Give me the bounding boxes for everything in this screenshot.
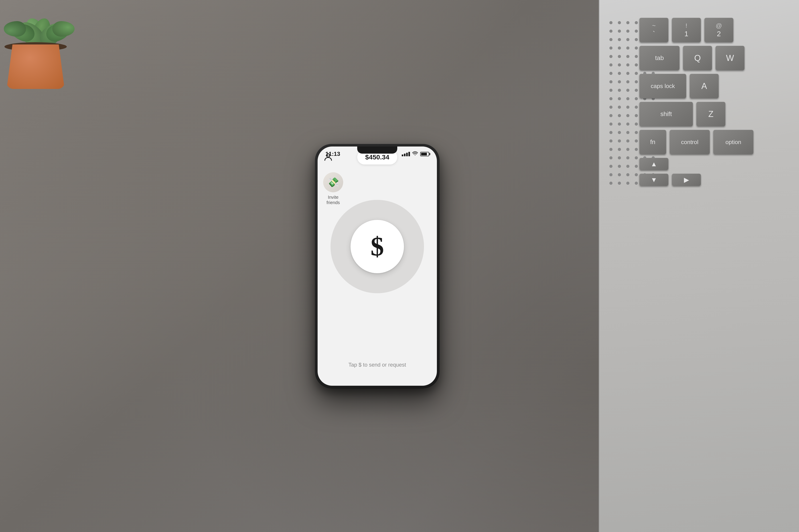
speaker-dot xyxy=(618,131,621,134)
speaker-dot xyxy=(626,165,630,168)
bottom-hint-area: Tap $ to send or request xyxy=(317,362,437,368)
speaker-dot xyxy=(635,114,638,117)
speaker-dot xyxy=(618,165,621,168)
phone-screen: 11:13 xyxy=(317,147,437,386)
speaker-dot xyxy=(635,131,638,134)
speaker-dot xyxy=(626,139,630,142)
speaker-dot xyxy=(626,30,630,33)
speaker-dot xyxy=(618,97,621,100)
main-payment-area: $ xyxy=(330,200,424,293)
speaker-dot xyxy=(618,173,621,176)
speaker-dot xyxy=(618,80,621,83)
key-arrow-right[interactable]: ▶ xyxy=(672,174,701,186)
speaker-dot xyxy=(610,38,613,41)
speaker-dot xyxy=(618,148,621,151)
key-arrow-down[interactable]: ▼ xyxy=(639,174,668,186)
speaker-dot xyxy=(626,173,630,176)
speaker-dot xyxy=(635,106,638,109)
speaker-dot xyxy=(635,63,638,66)
phone: 11:13 xyxy=(315,144,439,388)
speaker-dot xyxy=(610,131,613,134)
speaker-dot xyxy=(618,46,621,50)
speaker-dot xyxy=(626,156,630,159)
speaker-dot xyxy=(618,55,621,58)
speaker-dot xyxy=(635,46,638,50)
status-icons xyxy=(402,149,429,157)
speaker-dot xyxy=(626,182,630,185)
speaker-dot xyxy=(626,106,630,109)
speaker-dot xyxy=(635,139,638,142)
key-arrow-up[interactable]: ▲ xyxy=(639,158,668,170)
key-1[interactable]: ! 1 xyxy=(672,18,701,42)
key-2[interactable]: @ 2 xyxy=(704,18,733,42)
speaker-dot xyxy=(610,21,613,24)
speaker-dot xyxy=(626,89,630,92)
speaker-dot xyxy=(610,46,613,50)
speaker-dot xyxy=(610,156,613,159)
key-z[interactable]: Z xyxy=(696,102,725,126)
speaker-dot xyxy=(635,89,638,92)
speaker-dot xyxy=(635,122,638,126)
speaker-dot xyxy=(626,46,630,50)
speaker-dot xyxy=(618,30,621,33)
speaker-dot xyxy=(626,63,630,66)
outer-circle-bg: $ xyxy=(330,200,424,293)
key-a[interactable]: A xyxy=(690,74,719,98)
speaker-dot xyxy=(635,97,638,100)
signal-icon xyxy=(402,152,410,156)
key-tab[interactable]: tab xyxy=(639,46,679,70)
key-fn[interactable]: fn xyxy=(639,130,666,154)
key-q[interactable]: Q xyxy=(683,46,712,70)
speaker-dot xyxy=(610,182,613,185)
speaker-dot xyxy=(626,131,630,134)
speaker-dot xyxy=(618,114,621,117)
keyboard-area: ~ ` ! 1 @ 2 xyxy=(639,18,799,514)
speaker-dot xyxy=(618,106,621,109)
speaker-dot xyxy=(610,139,613,142)
tap-hint-text: Tap $ to send or request xyxy=(348,362,406,368)
speaker-dot xyxy=(610,97,613,100)
speaker-dot xyxy=(626,80,630,83)
speaker-dot xyxy=(610,122,613,126)
speaker-dot xyxy=(618,72,621,75)
speaker-dot xyxy=(618,21,621,24)
speaker-dot xyxy=(626,97,630,100)
speaker-dot xyxy=(610,72,613,75)
speaker-dot xyxy=(635,30,638,33)
speaker-dot xyxy=(610,30,613,33)
speaker-dot xyxy=(618,89,621,92)
speaker-grill xyxy=(606,18,635,173)
speaker-dot xyxy=(618,156,621,159)
speaker-dot xyxy=(618,63,621,66)
speaker-dot xyxy=(610,148,613,151)
speaker-dot xyxy=(610,106,613,109)
speaker-dot xyxy=(635,182,638,185)
speaker-dot xyxy=(626,21,630,24)
svg-point-0 xyxy=(415,154,415,155)
phone-outer-shell: 11:13 xyxy=(315,144,439,388)
speaker-dot xyxy=(626,55,630,58)
speaker-dot xyxy=(610,80,613,83)
key-capslock[interactable]: caps lock xyxy=(639,74,686,98)
speaker-dot xyxy=(626,114,630,117)
speaker-dot xyxy=(635,165,638,168)
speaker-dot xyxy=(626,148,630,151)
key-backtick[interactable]: ~ ` xyxy=(639,18,668,42)
key-control[interactable]: control xyxy=(670,130,710,154)
speaker-dot xyxy=(635,55,638,58)
speaker-dot xyxy=(626,72,630,75)
speaker-dot xyxy=(635,156,638,159)
speaker-dot xyxy=(635,72,638,75)
speaker-dot xyxy=(610,173,613,176)
key-option[interactable]: option xyxy=(713,130,753,154)
status-time: 11:13 xyxy=(325,149,340,157)
invite-friends-avatar: 💸 xyxy=(323,172,343,192)
speaker-dot xyxy=(610,63,613,66)
laptop-decoration: // Will be rendered via inline approach … xyxy=(510,0,799,532)
phone-notch xyxy=(357,147,397,154)
plant-decoration xyxy=(0,0,89,93)
speaker-dot xyxy=(610,165,613,168)
key-w[interactable]: W xyxy=(715,46,744,70)
dollar-button[interactable]: $ xyxy=(350,220,404,273)
key-shift[interactable]: shift xyxy=(639,102,693,126)
